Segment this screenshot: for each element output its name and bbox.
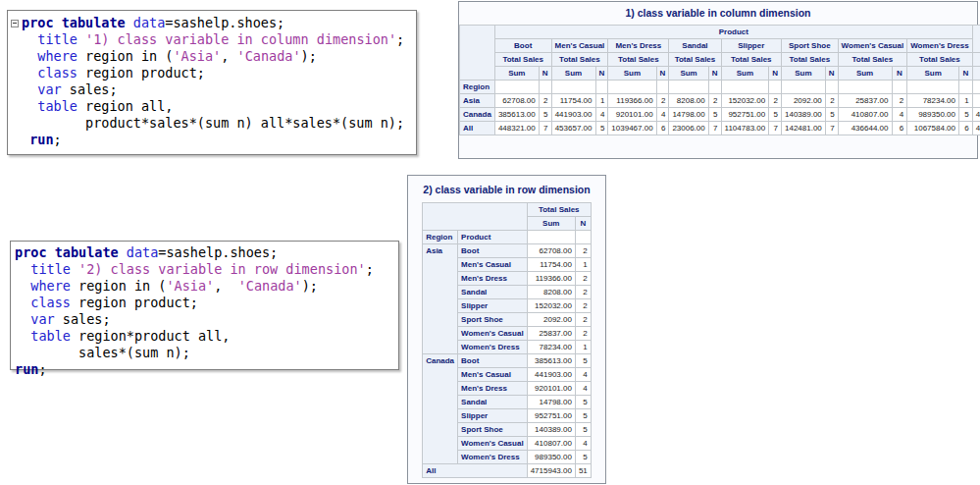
n-cell: 7	[769, 122, 782, 135]
empty-cell	[781, 81, 825, 94]
table-row: Region	[460, 81, 980, 94]
code-line: proc tabulate data=sashelp.shoes;	[15, 244, 396, 261]
column-dimension-header: Product	[494, 26, 972, 39]
code-line: title '1) class variable in column dimen…	[22, 31, 414, 48]
empty-cell	[769, 81, 782, 94]
region-row-header: Asia	[423, 244, 458, 354]
sum-cell: 453657.00	[551, 122, 595, 135]
sum-cell: 2092.00	[527, 313, 575, 327]
empty-cell	[595, 81, 608, 94]
sum-cell: 989350.00	[527, 451, 575, 464]
n-cell: 1	[595, 94, 608, 108]
n-cell: 5	[825, 108, 838, 122]
n-cell: 5	[708, 108, 721, 122]
n-cell: 2	[656, 94, 669, 108]
stat-n-header: N	[575, 217, 591, 231]
code-block-2[interactable]: proc tabulate data=sashelp.shoes; title …	[10, 241, 399, 370]
n-cell: 2	[825, 94, 838, 108]
stat-n-header: N	[892, 67, 907, 81]
sum-cell: 8208.00	[669, 94, 708, 108]
sum-cell: 140389.00	[527, 423, 575, 437]
results-pane-2: 2) class variable in row dimension Total…	[407, 175, 606, 484]
sum-cell: 4255712.00	[972, 108, 980, 122]
corner-cell	[460, 26, 495, 81]
product-row-header: Sport Shoe	[458, 313, 528, 327]
code-line: class region product;	[22, 65, 414, 81]
n-cell: 5	[539, 108, 551, 122]
table-row: All4715943.0051	[423, 464, 592, 478]
stat-n-header: N	[769, 67, 782, 81]
n-cell: 2	[892, 94, 907, 108]
product-column-header: Sandal	[669, 39, 721, 53]
stat-sum-header: Sum	[781, 67, 825, 81]
sum-cell: 4715943.00	[527, 464, 575, 478]
n-cell: 4	[575, 437, 591, 451]
n-cell: 7	[708, 122, 721, 135]
sum-cell: 140389.00	[781, 108, 825, 122]
empty-cell	[656, 81, 669, 94]
measure-header: Total Sales	[494, 53, 551, 67]
measure-header: Total Sales	[907, 53, 973, 67]
sum-cell: 385613.00	[527, 354, 575, 368]
measure-header: Total Sales	[669, 53, 721, 67]
product-column-header: Men's Dress	[608, 39, 669, 53]
n-cell: 51	[575, 464, 591, 478]
corner-cell	[423, 203, 527, 231]
tabulate-table-1: ProductAllBootMen's CasualMen's DressSan…	[459, 25, 980, 135]
stat-sum-header: Sum	[494, 67, 539, 81]
row-dimension-header: Region	[460, 81, 495, 94]
empty-cell	[669, 81, 708, 94]
table-row: Asia62708.00211754.001119366.0028208.002…	[460, 94, 980, 108]
empty-cell	[972, 81, 980, 94]
sum-cell: 385613.00	[494, 108, 539, 122]
stat-sum-header: Sum	[838, 67, 892, 81]
n-cell: 2	[575, 272, 591, 286]
product-row-header: Slipper	[458, 409, 528, 423]
sum-cell: 920101.00	[608, 108, 656, 122]
row-dimension-header: Region	[423, 231, 458, 244]
empty-cell	[959, 81, 973, 94]
row-header: Asia	[460, 94, 495, 108]
empty-cell	[825, 81, 838, 94]
n-cell: 4	[656, 108, 669, 122]
product-column-header: Slipper	[721, 39, 781, 53]
sum-cell: 441903.00	[551, 108, 595, 122]
sum-cell: 62708.00	[494, 94, 539, 108]
empty-cell	[527, 231, 575, 244]
sum-cell: 952751.00	[721, 108, 769, 122]
product-row-header: Women's Casual	[458, 437, 528, 451]
n-cell: 2	[575, 286, 591, 299]
code-lines: proc tabulate data=sashelp.shoes; title …	[8, 11, 416, 148]
region-row-header: Canada	[423, 354, 458, 464]
product-column-header: Women's Dress	[907, 39, 973, 53]
code-block-1[interactable]: proc tabulate data=sashelp.shoes; title …	[7, 10, 417, 155]
product-row-header: Women's Dress	[458, 451, 528, 464]
code-line: class region product;	[15, 295, 396, 311]
n-cell: 6	[892, 122, 907, 135]
n-cell: 5	[959, 108, 973, 122]
row-header: All	[460, 122, 495, 135]
stat-n-header: N	[959, 67, 973, 81]
stat-sum-header: Sum	[972, 67, 980, 81]
sum-cell: 448321.00	[494, 122, 539, 135]
code-line: where region in ('Asia', 'Canada');	[15, 278, 396, 295]
product-row-header: Men's Casual	[458, 368, 528, 382]
code-line: var sales;	[15, 311, 396, 328]
empty-cell	[494, 81, 539, 94]
stat-sum-header: Sum	[721, 67, 769, 81]
table-row: Canada385613.005441903.004920101.0041479…	[460, 108, 980, 122]
n-cell: 5	[769, 108, 782, 122]
product-row-header: Boot	[458, 244, 528, 258]
table-row: RegionProduct	[423, 231, 592, 244]
n-cell: 4	[575, 382, 591, 396]
measure-header: Total Sales	[721, 53, 781, 67]
product-row-header: Women's Casual	[458, 327, 528, 341]
measure-header: Total Sales	[608, 53, 669, 67]
sum-cell: 1104783.00	[721, 122, 769, 135]
n-cell: 4	[575, 368, 591, 382]
sum-cell: 78234.00	[527, 341, 575, 354]
product-row-header: Men's Dress	[458, 272, 528, 286]
product-column-header: Men's Casual	[551, 39, 608, 53]
n-cell: 5	[595, 122, 608, 135]
n-cell: 2	[575, 313, 591, 327]
